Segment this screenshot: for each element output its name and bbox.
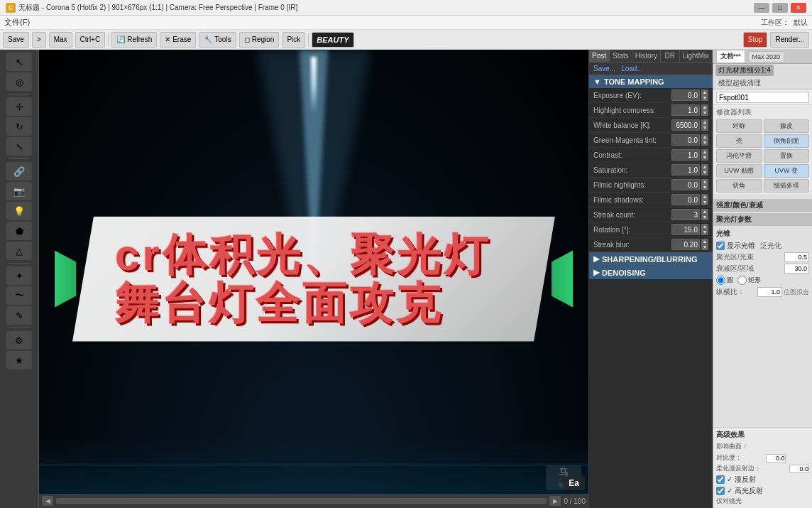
- aspect-input[interactable]: [757, 287, 782, 297]
- tone-mapping-header[interactable]: ▼ TONE MAPPING: [589, 75, 713, 88]
- sidebar-icon-camera[interactable]: 📷: [6, 182, 32, 200]
- light-properties: 强度/颜色/衰减 聚光灯参数 光锥 显示光锥 泛光化 聚光区/光束 衰减区/区域…: [713, 195, 812, 427]
- spotlight-header[interactable]: 聚光灯参数: [713, 213, 812, 226]
- sidebar-icon-link[interactable]: 🔗: [6, 162, 32, 180]
- menu-bar: 文件(F) 工作区： 默认: [0, 16, 812, 30]
- save-link[interactable]: Save...: [593, 65, 615, 72]
- filmic-highlights-input[interactable]: [671, 179, 700, 190]
- sidebar-icon-spacewarp[interactable]: 〜: [6, 286, 32, 305]
- exposure-up[interactable]: ▲: [701, 90, 708, 95]
- max-button[interactable]: Max: [49, 32, 72, 48]
- sidebar-icon-cursor[interactable]: ↖: [6, 53, 32, 71]
- exposure-spinner[interactable]: ▲ ▼: [701, 90, 708, 101]
- object-name-input[interactable]: [716, 92, 809, 103]
- scrubber-track[interactable]: [56, 498, 547, 504]
- adv-contrast-input[interactable]: [766, 454, 786, 463]
- highlight-input[interactable]: [671, 104, 700, 116]
- mod-shell[interactable]: 壳: [716, 134, 762, 148]
- scrubber-next[interactable]: ▶: [549, 496, 561, 506]
- streak-blur-input[interactable]: [671, 239, 700, 250]
- exposure-down[interactable]: ▼: [701, 95, 708, 101]
- saturation-input[interactable]: [671, 164, 700, 175]
- circle-radio[interactable]: [716, 276, 725, 285]
- tab-stats[interactable]: Stats: [610, 50, 632, 62]
- mod-bevel[interactable]: 倒角剖面: [764, 134, 810, 148]
- sidebar-icon-modify[interactable]: ✎: [6, 306, 32, 325]
- mod-uvw[interactable]: UVW 贴图: [716, 164, 762, 178]
- tab-lightmix[interactable]: LightMix: [680, 50, 713, 62]
- model-tab[interactable]: 模型超级清理: [715, 77, 764, 89]
- adv-soften-input[interactable]: [789, 465, 809, 473]
- max-tab[interactable]: Max 2020: [748, 51, 785, 63]
- window-controls[interactable]: — □ ✕: [754, 3, 806, 13]
- close-button[interactable]: ✕: [791, 3, 806, 13]
- contrast-input[interactable]: [671, 149, 700, 161]
- maximize-button[interactable]: □: [772, 3, 788, 13]
- sidebar-icon-reactor[interactable]: ⚙: [6, 331, 32, 350]
- scrubber-prev[interactable]: ◀: [42, 496, 53, 506]
- sidebar-icon-geometry[interactable]: △: [6, 242, 32, 260]
- region-button[interactable]: ◻ Region: [239, 32, 280, 48]
- streak-count-input[interactable]: [671, 209, 700, 220]
- tab-dr[interactable]: DR: [661, 50, 680, 62]
- sidebar-icon-helpers[interactable]: ✦: [6, 266, 32, 285]
- mod-uvw2[interactable]: UVW 变: [764, 164, 810, 178]
- pick-button[interactable]: Pick: [282, 32, 305, 48]
- rect-option[interactable]: 矩形: [737, 276, 761, 285]
- sidebar-icon-rotate[interactable]: ↻: [6, 117, 32, 136]
- lights-tab[interactable]: 灯光材质细分1:4: [715, 65, 774, 76]
- spotlight-beam-input[interactable]: [784, 252, 809, 262]
- exposure-input[interactable]: [671, 90, 700, 101]
- rect-radio[interactable]: [737, 276, 747, 285]
- mod-displace[interactable]: 置换: [764, 149, 810, 163]
- denoising-header[interactable]: ▶ DENOISING: [589, 266, 713, 279]
- tab-post[interactable]: Post: [589, 50, 610, 62]
- erase-button[interactable]: ✕ Erase: [160, 32, 196, 48]
- highlight-spinner[interactable]: ▲ ▼: [701, 104, 708, 116]
- falloff-input[interactable]: [784, 264, 809, 274]
- ctrl-c-button[interactable]: Ctrl+C: [75, 32, 106, 48]
- sidebar-icon-light[interactable]: 💡: [6, 202, 32, 220]
- mod-turbo[interactable]: 细插多塔: [764, 179, 810, 193]
- save-button[interactable]: Save: [3, 32, 29, 48]
- mod-symmetry[interactable]: 对称: [716, 119, 762, 133]
- sharpening-header[interactable]: ▶ SHARPENING/BLURRING: [589, 252, 713, 266]
- param-streak-count: Streak count: ▲ ▼: [589, 207, 713, 222]
- circle-option[interactable]: 圆: [716, 276, 733, 285]
- arrow-button[interactable]: >: [32, 32, 46, 48]
- render-button[interactable]: Render...: [770, 32, 809, 48]
- sidebar-icon-scale[interactable]: ⤡: [6, 137, 32, 156]
- load-link[interactable]: Load...: [621, 65, 643, 72]
- param-exposure-value[interactable]: ▲ ▼: [671, 90, 708, 101]
- sidebar-icon-fx[interactable]: ★: [6, 351, 32, 369]
- white-balance-input[interactable]: [671, 119, 700, 131]
- banner-line2: 舞台灯全面攻克: [115, 279, 527, 328]
- refresh-button[interactable]: 🔄 Refresh: [111, 32, 157, 48]
- doc-tab[interactable]: 文档***: [716, 50, 745, 63]
- diffuse-checkbox[interactable]: [716, 475, 725, 484]
- intensity-header[interactable]: 强度/颜色/衰减: [713, 199, 812, 212]
- minimize-button[interactable]: —: [754, 3, 769, 13]
- mod-skin[interactable]: 嫁皮: [764, 119, 810, 133]
- rotation-input[interactable]: [671, 224, 700, 235]
- sidebar-separator-2: [9, 158, 30, 159]
- ea-badge: Ea: [563, 476, 585, 490]
- mod-smooth[interactable]: 冯伦平滑: [716, 149, 762, 163]
- sidebar-icon-shape[interactable]: ⬟: [6, 222, 32, 240]
- beauty-button[interactable]: BEAUTY: [312, 32, 353, 48]
- mod-chamfer[interactable]: 切角: [716, 179, 762, 193]
- sidebar-icon-move[interactable]: ✛: [6, 97, 32, 116]
- white-balance-spinner[interactable]: ▲ ▼: [701, 119, 708, 131]
- viewport[interactable]: cr体积光、聚光灯 舞台灯全面攻克 马 哒哒 ◀ ▶ 0 / 100: [39, 50, 588, 508]
- corona-tab-bar: Post Stats History DR LightMix: [589, 50, 713, 63]
- stop-button[interactable]: Stop: [743, 32, 768, 48]
- sidebar-icon-select[interactable]: ◎: [6, 72, 32, 91]
- tab-history[interactable]: History: [632, 50, 661, 62]
- show-cone-checkbox[interactable]: [716, 242, 725, 250]
- show-cone-option: 泛光化: [760, 241, 781, 251]
- specular-checkbox[interactable]: [716, 487, 725, 495]
- tools-button[interactable]: 🔧 Tools: [199, 32, 236, 48]
- filmic-shadows-input[interactable]: [671, 194, 700, 205]
- menu-item-file[interactable]: 文件(F): [4, 17, 30, 28]
- green-magenta-input[interactable]: [671, 134, 700, 146]
